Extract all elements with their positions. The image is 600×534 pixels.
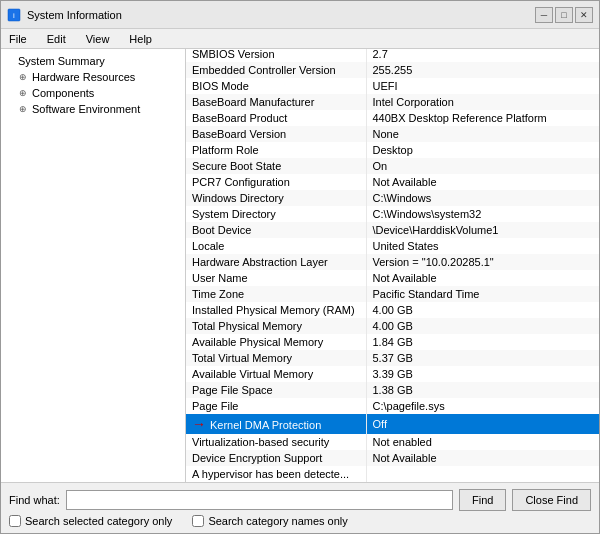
- item-text: BaseBoard Version: [192, 128, 286, 140]
- table-cell-value: Pacific Standard Time: [366, 286, 599, 302]
- table-row[interactable]: PCR7 ConfigurationNot Available: [186, 174, 599, 190]
- item-text: Windows Directory: [192, 192, 284, 204]
- checkbox-selected-category-input[interactable]: [9, 515, 21, 527]
- table-row[interactable]: Boot Device\Device\HarddiskVolume1: [186, 222, 599, 238]
- table-row[interactable]: Page FileC:\pagefile.sys: [186, 398, 599, 414]
- table-cell-item: Secure Boot State: [186, 158, 366, 174]
- item-text: Virtualization-based security: [192, 436, 329, 448]
- table-cell-item: Device Encryption Support: [186, 450, 366, 466]
- svg-text:i: i: [13, 11, 15, 20]
- item-text: Page File: [192, 400, 238, 412]
- table-cell-value: Not Available: [366, 450, 599, 466]
- table-cell-item: Total Physical Memory: [186, 318, 366, 334]
- table-row[interactable]: BaseBoard VersionNone: [186, 126, 599, 142]
- menu-item-help[interactable]: Help: [125, 32, 156, 46]
- item-text: A hypervisor has been detecte...: [192, 468, 349, 480]
- item-text: Locale: [192, 240, 224, 252]
- sidebar-item-components[interactable]: ⊕ Components: [1, 85, 185, 101]
- table-row[interactable]: Page File Space1.38 GB: [186, 382, 599, 398]
- menu-item-file[interactable]: File: [5, 32, 31, 46]
- item-text: System Directory: [192, 208, 276, 220]
- close-button[interactable]: ✕: [575, 7, 593, 23]
- table-row[interactable]: Hardware Abstraction LayerVersion = "10.…: [186, 254, 599, 270]
- item-text: SMBIOS Version: [192, 49, 275, 60]
- find-button[interactable]: Find: [459, 489, 506, 511]
- title-controls: ─ □ ✕: [535, 7, 593, 23]
- table-cell-item: System Directory: [186, 206, 366, 222]
- table-cell-item: A hypervisor has been detecte...: [186, 466, 366, 482]
- checkbox-category-names[interactable]: Search category names only: [192, 515, 347, 527]
- table-row[interactable]: BaseBoard ManufacturerIntel Corporation: [186, 94, 599, 110]
- table-row[interactable]: A hypervisor has been detecte...: [186, 466, 599, 482]
- table-row[interactable]: Windows DirectoryC:\Windows: [186, 190, 599, 206]
- table-row[interactable]: Time ZonePacific Standard Time: [186, 286, 599, 302]
- table-cell-value: 1.84 GB: [366, 334, 599, 350]
- table-cell-item: Available Virtual Memory: [186, 366, 366, 382]
- table-row[interactable]: Total Physical Memory4.00 GB: [186, 318, 599, 334]
- table-cell-item: Platform Role: [186, 142, 366, 158]
- item-text: BaseBoard Manufacturer: [192, 96, 314, 108]
- table-cell-value: Version = "10.0.20285.1": [366, 254, 599, 270]
- table-row[interactable]: Available Physical Memory1.84 GB: [186, 334, 599, 350]
- content-area: System Summary ⊕ Hardware Resources ⊕ Co…: [1, 49, 599, 482]
- item-text: Secure Boot State: [192, 160, 281, 172]
- checkbox-category-names-input[interactable]: [192, 515, 204, 527]
- table-cell-value: None: [366, 126, 599, 142]
- minimize-button[interactable]: ─: [535, 7, 553, 23]
- table-cell-item: BaseBoard Manufacturer: [186, 94, 366, 110]
- maximize-button[interactable]: □: [555, 7, 573, 23]
- table-row[interactable]: System DirectoryC:\Windows\system32: [186, 206, 599, 222]
- table-cell-value: 4.00 GB: [366, 318, 599, 334]
- item-text: BIOS Mode: [192, 80, 249, 92]
- table-row[interactable]: BaseBoard Product440BX Desktop Reference…: [186, 110, 599, 126]
- table-cell-item: Page File: [186, 398, 366, 414]
- table-cell-value: 1.38 GB: [366, 382, 599, 398]
- menu-item-edit[interactable]: Edit: [43, 32, 70, 46]
- sidebar-item-system-summary[interactable]: System Summary: [1, 53, 185, 69]
- title-bar-left: i System Information: [7, 8, 122, 22]
- table-row[interactable]: Secure Boot StateOn: [186, 158, 599, 174]
- item-text: PCR7 Configuration: [192, 176, 290, 188]
- sidebar-item-hardware-resources[interactable]: ⊕ Hardware Resources: [1, 69, 185, 85]
- table-row[interactable]: →Kernel DMA ProtectionOff: [186, 414, 599, 434]
- table-cell-value: 255.255: [366, 62, 599, 78]
- table-row[interactable]: User NameNot Available: [186, 270, 599, 286]
- table-cell-item: Locale: [186, 238, 366, 254]
- sidebar-item-software-environment[interactable]: ⊕ Software Environment: [1, 101, 185, 117]
- close-find-button[interactable]: Close Find: [512, 489, 591, 511]
- item-text: BaseBoard Product: [192, 112, 287, 124]
- table-row[interactable]: SMBIOS Version2.7: [186, 49, 599, 62]
- table-cell-value: C:\Windows\system32: [366, 206, 599, 222]
- sidebar: System Summary ⊕ Hardware Resources ⊕ Co…: [1, 49, 186, 482]
- table-cell-value: United States: [366, 238, 599, 254]
- item-text: Page File Space: [192, 384, 273, 396]
- table-row[interactable]: Embedded Controller Version255.255: [186, 62, 599, 78]
- table-cell-value: 4.00 GB: [366, 302, 599, 318]
- table-row[interactable]: Device Encryption SupportNot Available: [186, 450, 599, 466]
- table-cell-item: Installed Physical Memory (RAM): [186, 302, 366, 318]
- table-cell-value: Not Available: [366, 174, 599, 190]
- table-row[interactable]: Installed Physical Memory (RAM)4.00 GB: [186, 302, 599, 318]
- table-row[interactable]: Virtualization-based securityNot enabled: [186, 434, 599, 450]
- table-row[interactable]: LocaleUnited States: [186, 238, 599, 254]
- table-cell-value: C:\Windows: [366, 190, 599, 206]
- menu-item-view[interactable]: View: [82, 32, 114, 46]
- table-wrapper: Item Value ProcessorIntel(R) Xeon(R) D-2…: [186, 49, 599, 482]
- table-row[interactable]: Total Virtual Memory5.37 GB: [186, 350, 599, 366]
- table-cell-value: Intel Corporation: [366, 94, 599, 110]
- table-cell-value: Not enabled: [366, 434, 599, 450]
- table-cell-value: Desktop: [366, 142, 599, 158]
- find-input[interactable]: [66, 490, 453, 510]
- table-cell-value: 2.7: [366, 49, 599, 62]
- sidebar-item-label: System Summary: [18, 55, 105, 67]
- table-cell-item: Embedded Controller Version: [186, 62, 366, 78]
- table-row[interactable]: Platform RoleDesktop: [186, 142, 599, 158]
- table-cell-item: BaseBoard Product: [186, 110, 366, 126]
- table-cell-item: SMBIOS Version: [186, 49, 366, 62]
- data-table[interactable]: Item Value ProcessorIntel(R) Xeon(R) D-2…: [186, 49, 599, 482]
- table-cell-item: Time Zone: [186, 286, 366, 302]
- table-row[interactable]: BIOS ModeUEFI: [186, 78, 599, 94]
- find-label: Find what:: [9, 494, 60, 506]
- checkbox-selected-category[interactable]: Search selected category only: [9, 515, 172, 527]
- table-row[interactable]: Available Virtual Memory3.39 GB: [186, 366, 599, 382]
